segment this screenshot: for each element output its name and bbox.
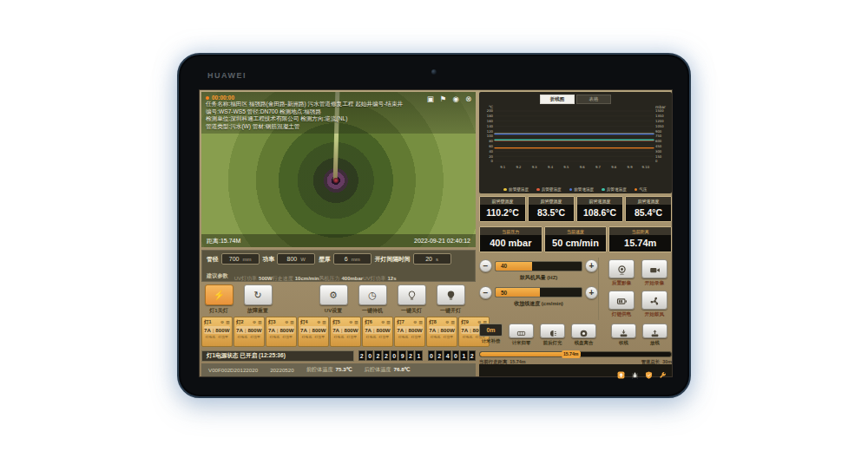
- param-input[interactable]: 6 mm: [333, 253, 372, 265]
- time-digit: 2: [436, 350, 443, 361]
- date-digit: 1: [415, 350, 422, 361]
- temp-readout: 后管道温度 85.4°C: [625, 196, 672, 222]
- action-button[interactable]: ◷ 一键待机: [357, 284, 388, 315]
- wrench-icon[interactable]: [659, 367, 667, 375]
- fan-icon: [649, 295, 661, 306]
- control-button[interactable]: 开始鼓风: [639, 291, 670, 320]
- lamp-power-icon[interactable]: ▥: [226, 320, 229, 324]
- svg-text:60: 60: [489, 144, 493, 148]
- lamp-power-icon[interactable]: ▥: [258, 320, 261, 324]
- lamp-settings-icon[interactable]: ⚙: [381, 320, 385, 324]
- distance-readout: 距离:15.74M: [207, 237, 240, 245]
- lamp-settings-icon[interactable]: ⚙: [220, 320, 224, 324]
- lamp-settings-icon[interactable]: ⚙: [349, 320, 352, 324]
- suggest-label: 建议参数: [207, 272, 228, 280]
- progress-track[interactable]: 15.74m: [479, 351, 672, 357]
- slider-track[interactable]: 50: [495, 287, 582, 297]
- lamp-power-icon[interactable]: ▥: [290, 320, 293, 324]
- chart-tab[interactable]: 折线图: [540, 95, 575, 104]
- action-button[interactable]: 一键关灯: [396, 284, 427, 315]
- meter-button[interactable]: 前后灯光: [540, 324, 565, 346]
- app-window: 00:00:00 任务名称:福田区 福强路(金田路-新洲路) 污水管道修复工程 …: [199, 89, 673, 377]
- settings-icon[interactable]: ◉: [452, 95, 458, 103]
- svg-text:9.6: 9.6: [580, 165, 586, 169]
- lamp-power-icon[interactable]: ▥: [354, 320, 358, 324]
- date-digit: 9: [398, 350, 405, 361]
- lamp-settings-icon[interactable]: ⚙: [253, 320, 256, 324]
- lamp-card[interactable]: 灯4 ⚙ ▥ 7A | 800W 灯电流 灯功率: [298, 317, 329, 347]
- meter-button[interactable]: 收线: [611, 324, 636, 346]
- svg-text:150: 150: [655, 154, 662, 159]
- svg-text:40: 40: [489, 149, 493, 154]
- slider-track[interactable]: 40: [495, 261, 582, 271]
- lamp-power-icon[interactable]: ▥: [450, 320, 454, 324]
- control-button[interactable]: 开始录像: [639, 259, 670, 289]
- lamp-card[interactable]: 灯5 ⚙ ▥ 7A | 800W 灯电流 灯功率: [330, 317, 361, 347]
- control-button[interactable]: 灯链供电: [606, 291, 637, 320]
- overlay-line: 检测单位:深圳科通工程技术有限公司 检测方向:逆流(NL): [206, 115, 471, 123]
- meter-button[interactable]: 线盘离合: [571, 324, 596, 346]
- battery-icon: [616, 295, 628, 306]
- param-input[interactable]: 700 mm: [221, 253, 260, 265]
- lamp-card[interactable]: 灯1 ⚙ ▥ 7A | 800W 灯电流 灯功率: [201, 317, 233, 347]
- svg-text:200: 200: [487, 108, 494, 113]
- system-tray: [479, 364, 672, 376]
- svg-text:100: 100: [487, 134, 494, 138]
- video-feed[interactable]: 00:00:00 任务名称:福田区 福强路(金田路-新洲路) 污水管道修复工程 …: [201, 92, 476, 247]
- meter-button[interactable]: 计米归零: [509, 324, 534, 346]
- lamp-card[interactable]: 灯3 ⚙ ▥ 7A | 800W 灯电流 灯功率: [266, 317, 297, 347]
- control-button[interactable]: 后置影像: [606, 259, 637, 289]
- param-input[interactable]: 20 s: [413, 253, 451, 265]
- lamp-card[interactable]: 灯7 ⚙ ▥ 7A | 800W 灯电流 灯功率: [394, 317, 425, 347]
- close-icon[interactable]: ⊗: [465, 95, 471, 103]
- action-button[interactable]: ↻ 故障重置: [242, 284, 273, 315]
- shield-icon[interactable]: [645, 367, 653, 375]
- action-button[interactable]: ⚡ 灯1关灯: [203, 284, 234, 315]
- chart-tab[interactable]: 表格: [576, 95, 611, 104]
- temp-readout: 前管壁温度 110.2°C: [479, 196, 526, 222]
- action-button[interactable]: 一键开灯: [435, 284, 466, 315]
- svg-text:0: 0: [655, 159, 658, 163]
- suggest-item: UV灯功率12s: [363, 276, 396, 281]
- lamp-settings-icon[interactable]: ⚙: [285, 320, 288, 324]
- meter-button[interactable]: 放线: [642, 324, 667, 346]
- current-readouts: 当前压力 400 mbar 当前速度 50 cm/min 当前距离 15.74m: [479, 226, 672, 252]
- firmware-code: V00F002D20122020: [208, 367, 258, 373]
- decrease-button[interactable]: −: [479, 259, 492, 272]
- lamp-card[interactable]: 灯8 ⚙ ▥ 7A | 800W 灯电流 灯功率: [426, 317, 457, 347]
- date-digit: 0: [366, 350, 373, 361]
- current-readout: 当前压力 400 mbar: [479, 226, 542, 252]
- update-icon[interactable]: [617, 367, 625, 375]
- decrease-button[interactable]: −: [479, 286, 492, 299]
- current-readout: 当前速度 50 cm/min: [544, 226, 608, 252]
- svg-text:9.5: 9.5: [563, 165, 569, 169]
- meter-row: 0m 计米补偿 计米归零 前后灯光: [479, 324, 672, 350]
- lamp-settings-icon[interactable]: ⚙: [413, 320, 417, 324]
- time-digit: 0: [452, 350, 459, 361]
- capture-icon[interactable]: ▣: [427, 95, 434, 103]
- overlay-line: 编号:WS7-WS5 管径:DN700 检测地点:福强路: [206, 108, 471, 116]
- bug-icon[interactable]: [631, 367, 639, 375]
- chart-legend: 前管壁温度后管壁温度前管道温度后管道温度气压: [479, 187, 672, 192]
- lamp-card[interactable]: 灯2 ⚙ ▥ 7A | 800W 灯电流 灯功率: [233, 317, 265, 347]
- counter-icon: [516, 326, 526, 336]
- lamp-card[interactable]: 灯6 ⚙ ▥ 7A | 800W 灯电流 灯功率: [362, 317, 393, 347]
- lamp-settings-icon[interactable]: ⚙: [445, 320, 449, 324]
- action-button[interactable]: ⚙ UV设置: [318, 284, 349, 315]
- flag-icon[interactable]: ⚑: [440, 95, 447, 103]
- video-overlay-bottom: 距离:15.74M 2022-09-21 02:40:12: [201, 234, 476, 247]
- slider-group: − 40 + 鼓风机风量 (HZ): [479, 259, 598, 282]
- standby-icon: ◷: [367, 290, 378, 301]
- suggest-item: 风机压力400mbar: [319, 276, 363, 281]
- lamp-power-icon[interactable]: ▥: [322, 320, 326, 324]
- lamp-power-icon[interactable]: ▥: [418, 320, 422, 324]
- front-chamber-temp: 前腔体温度75.3℃: [306, 366, 352, 374]
- lamp-power-status: 灯1电源状态 已开启 (12:25:36): [201, 350, 354, 362]
- line-chart: ℃mbar02040608010012014016018020001503004…: [479, 104, 672, 182]
- lamp-power-icon[interactable]: ▥: [386, 320, 390, 324]
- increase-button[interactable]: +: [585, 259, 598, 272]
- increase-button[interactable]: +: [585, 286, 598, 299]
- svg-text:160: 160: [487, 119, 494, 123]
- lamp-settings-icon[interactable]: ⚙: [317, 320, 320, 324]
- param-input[interactable]: 800 W: [277, 253, 315, 265]
